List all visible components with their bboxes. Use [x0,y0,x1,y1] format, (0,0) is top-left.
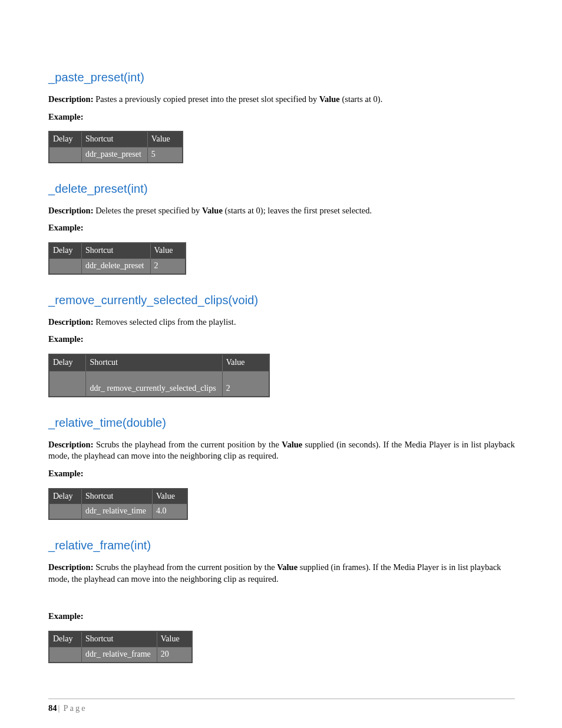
td-shortcut: ddr_ relative_time [82,504,153,519]
table-header-row: Delay Shortcut Value [49,354,269,371]
description-text: Description: Deletes the preset specifie… [48,205,515,217]
th-delay: Delay [49,354,86,371]
shortcut-table: Delay Shortcut Value ddr_ relative_time … [48,488,188,521]
th-value: Value [147,131,183,147]
td-delay [49,371,86,397]
td-delay [49,647,82,662]
td-delay [49,147,82,163]
td-value: 2 [222,371,269,397]
example-label: Example: [48,222,515,234]
th-value: Value [153,489,188,504]
footer-label: Page [63,703,87,713]
shortcut-table: Delay Shortcut Value ddr_paste_preset 5 [48,131,183,163]
table-row: ddr_delete_preset 2 [49,258,186,274]
example-label: Example: [48,334,515,345]
th-delay: Delay [49,489,82,504]
td-shortcut: ddr_ relative_frame [82,647,157,662]
heading-relative-frame: _relative_frame(int) [48,538,515,554]
th-value: Value [157,631,192,647]
table-row: ddr_paste_preset 5 [49,147,183,163]
description-label: Description: [48,562,94,572]
table-header-row: Delay Shortcut Value [49,131,183,147]
description-text: Description: Pastes a previously copied … [48,94,515,106]
table-row: ddr_ remove_currently_selected_clips 2 [49,371,269,397]
td-value: 5 [147,147,183,163]
table-row: ddr_ relative_frame 20 [49,647,192,662]
td-value: 4.0 [153,504,188,519]
description-text: Description: Scrubs the playhead from th… [48,562,515,585]
shortcut-table: Delay Shortcut Value ddr_delete_preset 2 [48,242,186,275]
heading-relative-time: _relative_time(double) [48,415,515,431]
th-shortcut: Shortcut [86,354,222,371]
heading-paste-preset: _paste_preset(int) [48,70,515,85]
description-label: Description: [48,94,94,104]
table-header-row: Delay Shortcut Value [49,489,187,504]
spacer [48,591,515,607]
td-shortcut: ddr_paste_preset [82,147,148,163]
th-shortcut: Shortcut [82,131,148,147]
table-header-row: Delay Shortcut Value [49,631,192,647]
th-shortcut: Shortcut [82,489,153,504]
heading-delete-preset: _delete_preset(int) [48,181,515,197]
th-delay: Delay [49,631,82,647]
footer-pipe: | [58,703,60,713]
td-shortcut: ddr_delete_preset [82,258,151,274]
example-label: Example: [48,611,515,622]
table-row: ddr_ relative_time 4.0 [49,504,187,519]
th-value: Value [222,354,269,371]
th-delay: Delay [49,243,82,258]
example-label: Example: [48,111,515,123]
page-footer: 84|Page [48,703,515,714]
th-shortcut: Shortcut [82,243,151,258]
description-label: Description: [48,440,94,449]
document-page: _paste_preset(int) Description: Pastes a… [0,0,562,728]
shortcut-table: Delay Shortcut Value ddr_ relative_frame… [48,631,193,663]
description-text: Description: Removes selected clips from… [48,317,515,328]
description-label: Description: [48,317,94,327]
th-shortcut: Shortcut [82,631,157,647]
description-text: Description: Scrubs the playhead from th… [48,439,515,462]
td-delay [49,504,82,519]
td-shortcut: ddr_ remove_currently_selected_clips [86,371,222,397]
page-number: 84 [48,703,57,713]
heading-remove-currently-selected-clips: _remove_currently_selected_clips(void) [48,292,515,308]
table-header-row: Delay Shortcut Value [49,243,186,258]
th-delay: Delay [49,131,82,147]
td-value: 20 [157,647,192,662]
th-value: Value [150,243,186,258]
td-delay [49,258,82,274]
td-value: 2 [150,258,186,274]
description-label: Description: [48,206,94,215]
footer-rule [48,699,515,699]
shortcut-table: Delay Shortcut Value ddr_ remove_current… [48,354,270,397]
example-label: Example: [48,468,515,480]
